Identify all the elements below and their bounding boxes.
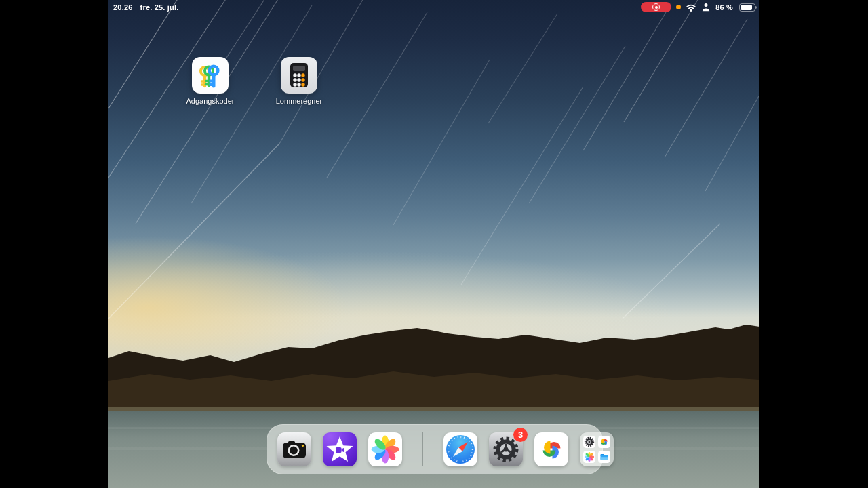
wifi-icon — [686, 3, 696, 12]
battery-percent: 86 % — [715, 3, 733, 12]
dock-app-settings[interactable]: 3 — [489, 432, 523, 466]
mini-files-icon — [598, 451, 610, 463]
app-adgangskoder[interactable]: Adgangskoder — [170, 57, 251, 105]
mini-photos-icon — [583, 451, 595, 463]
status-bar: 20.26 fre. 25. jul. 86 % — [108, 0, 760, 14]
status-date[interactable]: fre. 25. jul. — [140, 3, 179, 12]
dock-app-camera[interactable] — [277, 432, 311, 466]
dock-app-photos[interactable] — [368, 432, 402, 466]
safari-icon — [443, 432, 477, 466]
star-trails — [108, 0, 760, 319]
battery-icon — [739, 3, 755, 12]
app-label: Lommeregner — [258, 97, 340, 105]
camera-icon — [277, 432, 311, 466]
imovie-icon — [323, 432, 357, 466]
record-icon — [652, 3, 660, 11]
app-lommeregner[interactable]: Lommeregner — [258, 57, 340, 105]
ipad-screen: 20.26 fre. 25. jul. 86 % — [108, 0, 760, 488]
mini-google-photos-icon — [598, 436, 610, 448]
app-label: Adgangskoder — [170, 97, 251, 105]
app-library-icon — [580, 432, 614, 466]
passwords-keys-icon[interactable] — [192, 57, 229, 94]
shoreline — [108, 407, 760, 412]
user-icon — [701, 3, 711, 12]
microphone-indicator-dot — [676, 5, 681, 9]
dock-app-safari[interactable] — [443, 432, 477, 466]
status-time[interactable]: 20.26 — [113, 3, 133, 12]
dock-app-imovie[interactable] — [323, 432, 357, 466]
calculator-icon[interactable] — [281, 57, 317, 94]
dock-app-google-photos[interactable] — [534, 432, 568, 466]
mini-settings-icon — [583, 436, 595, 448]
dock-divider — [422, 432, 423, 466]
settings-badge: 3 — [513, 428, 528, 442]
screen-recording-pill[interactable] — [641, 2, 671, 12]
photos-icon — [368, 432, 402, 466]
google-photos-icon — [534, 432, 568, 466]
dock-app-library[interactable] — [580, 432, 614, 466]
letterboxed-stage: 20.26 fre. 25. jul. 86 % — [0, 0, 868, 488]
dock: 3 — [267, 424, 603, 474]
